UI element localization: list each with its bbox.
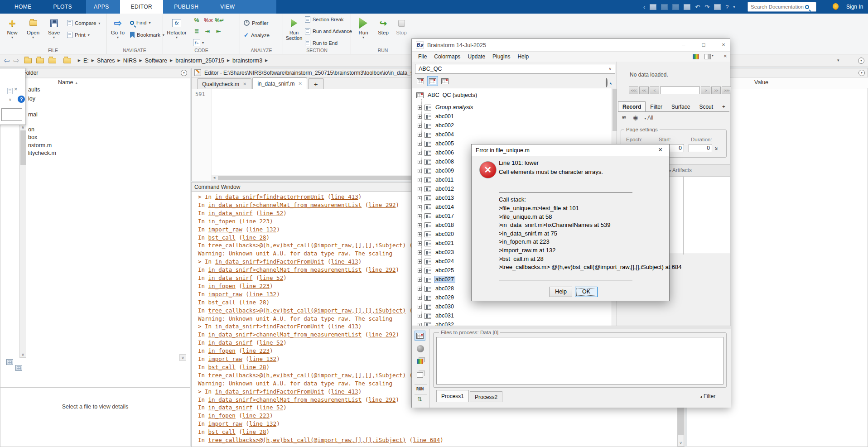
paste-icon[interactable] [684, 4, 690, 10]
stack-trace-line[interactable]: > In in_data_snirf>findFactorFromUnit (l… [198, 193, 362, 200]
tree-scroll-thumb[interactable] [612, 89, 617, 131]
indent-left-icon[interactable]: ⇤ [215, 28, 222, 34]
profiler-button[interactable]: Profiler [244, 20, 268, 26]
save-button[interactable]: Save▾ [43, 16, 64, 39]
scroll-up-icon[interactable]: ∧ [20, 125, 26, 130]
current-folder-header[interactable]: Current Folder ▾ [0, 68, 190, 77]
stack-trace-line[interactable]: > In in_data_snirf>findFactorFromUnit (l… [198, 323, 362, 330]
tree-item-abc001[interactable]: abc001 [418, 112, 455, 120]
tree-item-abc030[interactable]: abc030 [418, 303, 455, 311]
nav-button[interactable]: >> [711, 87, 721, 94]
file-item[interactable]: nstorm.m [28, 142, 52, 149]
protocol-dropdown[interactable]: ABC_QC ∨ [415, 64, 615, 74]
layout-list-icon[interactable] [15, 365, 22, 371]
nav-button[interactable]: > [701, 87, 710, 94]
nav-button[interactable]: < [650, 87, 659, 94]
tree-item-abc020[interactable]: abc020 [418, 230, 455, 238]
tab-in-data-snirf[interactable]: in_data_snirf.m✕ [252, 77, 307, 89]
goto-button[interactable]: ⇨Go To▾ [107, 16, 128, 39]
tab-process1[interactable]: Process1 [436, 390, 469, 402]
tree-item-abc024[interactable]: abc024 [418, 257, 455, 265]
tree-item-abc005[interactable]: abc005 [418, 139, 455, 148]
browse-folder-icon[interactable] [48, 58, 56, 63]
tree-item-group-analysis[interactable]: Group analysis [418, 103, 474, 111]
stack-trace-line[interactable]: In in_data_snirf>channelMat_from_measure… [198, 202, 399, 208]
scroll-left-icon[interactable]: ◄ [212, 176, 216, 180]
menu-items[interactable]: FileColormapsUpdatePluginsHelp [415, 53, 532, 60]
tree-item-abc025[interactable]: abc025 [418, 266, 455, 274]
find-button[interactable]: Find▾ [130, 20, 150, 25]
tab-qualitycheck[interactable]: Qualitycheck.m✕ [197, 78, 251, 89]
new-button[interactable]: +New▾ [2, 16, 23, 39]
save-icon[interactable] [650, 4, 656, 10]
maximize-icon[interactable]: □ [697, 39, 710, 51]
new-tab-button[interactable]: + [308, 78, 324, 89]
stack-trace-line[interactable]: In in_data_snirf (line 52) [198, 274, 287, 281]
cloud-folder-icon[interactable] [36, 58, 44, 63]
globe-stack-icon[interactable] [417, 345, 424, 352]
ribbon-tab-view[interactable]: VIEW [209, 0, 246, 14]
menu-update[interactable]: Update [464, 53, 489, 60]
tree-item-abc004[interactable]: abc004 [418, 130, 455, 139]
tree-item-abc029[interactable]: abc029 [418, 293, 455, 302]
toolbar-options-icon[interactable]: ▾ [858, 58, 864, 64]
error-dialog[interactable]: Error in file_unique.m × ✕ Line 101: low… [471, 144, 670, 301]
ribbon-tab-editor[interactable]: EDITOR [120, 0, 164, 14]
ribbon-tab-home[interactable]: HOME [4, 0, 43, 14]
stack-trace-line[interactable]: In import_raw (line 132) [198, 291, 280, 298]
montage-icon[interactable]: ≋ [622, 114, 627, 121]
help-icon[interactable]: ? [725, 4, 728, 10]
qat-dropdown-icon[interactable]: ▾ [733, 5, 735, 9]
tree-item-abc014[interactable]: abc014 [418, 203, 455, 211]
current-folder-menu-icon[interactable]: ▾ [181, 70, 187, 76]
workspace-menu-icon[interactable]: ▾ [858, 70, 865, 76]
search-icon[interactable] [805, 5, 809, 9]
close-tab-icon[interactable]: ✕ [243, 82, 246, 87]
tree-item-abc002[interactable]: abc002 [418, 121, 455, 130]
switch-window-icon[interactable] [714, 4, 721, 10]
qat-overflow-icon[interactable]: ‹ [643, 4, 645, 10]
stack-trace-line[interactable]: In in_fopen (line 223) [198, 283, 273, 289]
stack-trace-line[interactable]: In in_fopen (line 223) [198, 218, 273, 225]
file-item[interactable]: rnal [28, 111, 38, 118]
layout-grid-icon[interactable] [6, 359, 13, 365]
run-advance-button[interactable]: Run and Advance [305, 28, 352, 34]
anatomy-view-icon[interactable] [415, 76, 426, 86]
compare-button[interactable]: Compare▾ [67, 20, 100, 26]
nav-button[interactable]: >>> [722, 87, 731, 94]
panel-scroll-down-icon[interactable]: ∨ [179, 354, 186, 361]
stack-trace-line[interactable]: In import_raw (line 132) [198, 226, 280, 233]
file-item[interactable]: on [28, 126, 34, 133]
horizontal-splitter[interactable] [412, 326, 731, 329]
tree-item-abc013[interactable]: abc013 [418, 194, 455, 202]
window-layout-icon[interactable] [704, 54, 711, 59]
palette-help-icon[interactable]: ? [18, 96, 25, 103]
file-item[interactable]: loy [28, 96, 35, 102]
layout-dropdown-icon[interactable]: ▾ [712, 53, 714, 58]
duration-field[interactable]: 0 [689, 144, 712, 152]
tab-process2[interactable]: Process2 [470, 391, 502, 402]
new-file-icon[interactable] [7, 88, 13, 94]
tree-item-abc028[interactable]: abc028 [418, 284, 455, 293]
tree-item-abc018[interactable]: abc018 [418, 221, 455, 229]
breadcrumb[interactable]: ▶E:▶Shares▶NIRS▶Software▶brainstorm_2507… [77, 58, 269, 64]
grid-stack-icon[interactable] [417, 372, 423, 378]
up-folder-icon[interactable] [24, 58, 32, 63]
stack-trace-line[interactable]: In in_data_snirf (line 52) [198, 210, 287, 216]
help-button[interactable]: Help [550, 287, 572, 297]
bookmark-button[interactable]: Bookmark▾ [130, 32, 164, 38]
breadcrumb-item[interactable]: brainstorm3 [231, 58, 264, 64]
search-input[interactable] [748, 4, 805, 10]
run-button[interactable]: Run▾ [353, 16, 374, 39]
documentation-search[interactable] [747, 2, 816, 12]
panel-tab-filter[interactable]: Filter [646, 101, 667, 111]
smart-indent-icon[interactable]: ≣ [193, 28, 200, 34]
tree-root[interactable]: ABC_QC (subjects) [416, 91, 478, 99]
run-process-icon[interactable]: RUN [416, 387, 424, 391]
stack-trace-line[interactable]: In bst_call (line 28) [198, 428, 270, 435]
file-list-scrollbar[interactable]: ∧ ∨ [19, 125, 26, 358]
close-tab-icon[interactable]: ✕ [298, 81, 302, 86]
colormap-layout-icon[interactable] [693, 54, 699, 59]
nav-button[interactable]: << [639, 87, 649, 94]
error-dialog-title-bar[interactable]: Error in file_unique.m [472, 144, 669, 156]
